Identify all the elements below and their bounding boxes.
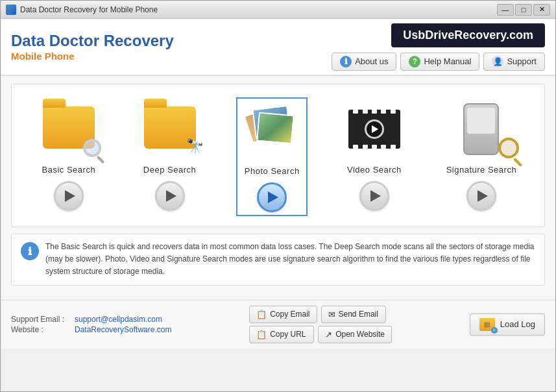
support-button[interactable]: 👤 Support xyxy=(483,53,545,71)
help-icon: ? xyxy=(409,56,420,67)
logo-subtitle: Mobile Phone xyxy=(11,51,174,62)
photo-search-play-button[interactable] xyxy=(257,182,287,212)
close-button[interactable]: ✕ xyxy=(533,4,550,16)
info-icon: ℹ xyxy=(340,56,352,67)
email-icon: ✉ xyxy=(328,310,335,319)
play-triangle-icon xyxy=(477,190,488,202)
signature-search-item[interactable]: Signature Search xyxy=(441,97,522,216)
logo-area: Data Doctor Recovery Mobile Phone xyxy=(11,32,174,62)
load-log-button[interactable]: ▤ + Load Log xyxy=(470,313,545,336)
header-right: UsbDriveRecovery.com ℹ About us ? Help M… xyxy=(332,23,545,71)
window-title: Data Doctor Recovery for Mobile Phone xyxy=(20,5,158,14)
video-search-item[interactable]: Video Search xyxy=(340,97,409,216)
photo-search-icon xyxy=(243,101,301,160)
video-search-icon xyxy=(345,100,404,158)
play-triangle-icon xyxy=(268,191,278,203)
deep-search-label: Deep Search xyxy=(143,165,196,175)
binoculars-icon: 🔭 xyxy=(186,138,204,155)
basic-search-icon xyxy=(40,100,98,158)
header: Data Doctor Recovery Mobile Phone UsbDri… xyxy=(1,19,555,76)
signature-search-icon xyxy=(452,100,511,158)
video-search-play-button[interactable] xyxy=(359,181,389,211)
website-label: Website : xyxy=(11,325,69,334)
copy-url-button[interactable]: 📋 Copy URL xyxy=(249,326,314,343)
deep-search-icon: 🔭 xyxy=(141,100,199,158)
photo-search-label: Photo Search xyxy=(245,166,300,176)
logo-title: Data Doctor Recovery xyxy=(11,32,174,51)
brand-banner: UsbDriveRecovery.com xyxy=(391,23,545,47)
main-content: Basic Search 🔭 Deep Search xyxy=(1,76,555,300)
copy-url-label: Copy URL xyxy=(270,330,306,339)
photo-search-item[interactable]: Photo Search xyxy=(236,97,308,216)
copy-url-icon: 📋 xyxy=(256,330,267,339)
email-row: Support Email : support@cellpdasim.com xyxy=(11,315,171,324)
support-label: Support xyxy=(507,56,537,66)
deep-search-play-button[interactable] xyxy=(155,181,185,211)
signature-search-label: Signature Search xyxy=(446,165,516,175)
maximize-button[interactable]: □ xyxy=(515,4,532,16)
info-text: The Basic Search is quick and recovers d… xyxy=(45,241,535,278)
external-link-icon: ↗ xyxy=(325,330,332,339)
minimize-button[interactable]: — xyxy=(497,4,514,16)
about-us-button[interactable]: ℹ About us xyxy=(332,53,396,71)
info-circle-icon: ℹ xyxy=(21,242,39,260)
window-controls: — □ ✕ xyxy=(497,4,550,16)
help-manual-button[interactable]: ? Help Manual xyxy=(400,53,479,71)
support-email-link[interactable]: support@cellpdasim.com xyxy=(75,315,162,324)
copy-email-label: Copy Email xyxy=(270,310,309,319)
open-website-button[interactable]: ↗ Open Website xyxy=(318,326,392,343)
load-log-label: Load Log xyxy=(500,319,535,329)
open-website-label: Open Website xyxy=(335,330,385,339)
log-icon: ▤ + xyxy=(479,318,495,331)
footer-contact: Support Email : support@cellpdasim.com W… xyxy=(11,315,171,334)
help-manual-label: Help Manual xyxy=(424,56,471,66)
basic-search-item[interactable]: Basic Search xyxy=(34,97,103,216)
app-icon-small xyxy=(6,5,16,15)
about-us-label: About us xyxy=(355,56,388,66)
plus-icon: + xyxy=(491,327,498,334)
support-email-label: Support Email : xyxy=(11,315,69,324)
signature-search-play-button[interactable] xyxy=(466,181,496,211)
website-url-link[interactable]: DataRecoverySoftware.com xyxy=(75,325,171,334)
copy-email-button[interactable]: 📋 Copy Email xyxy=(249,306,317,323)
basic-search-label: Basic Search xyxy=(42,165,96,175)
play-triangle-icon xyxy=(370,190,381,202)
video-search-label: Video Search xyxy=(347,165,402,175)
person-icon: 👤 xyxy=(492,56,503,67)
play-triangle-icon xyxy=(166,190,176,202)
send-email-label: Send Email xyxy=(339,310,378,319)
website-row: Website : DataRecoverySoftware.com xyxy=(11,325,171,334)
footer: Support Email : support@cellpdasim.com W… xyxy=(1,300,555,349)
send-email-button[interactable]: ✉ Send Email xyxy=(321,306,386,323)
search-grid: Basic Search 🔭 Deep Search xyxy=(11,84,545,227)
deep-search-item[interactable]: 🔭 Deep Search xyxy=(136,97,204,216)
footer-action-buttons: 📋 Copy Email ✉ Send Email 📋 Copy URL ↗ O… xyxy=(249,306,392,343)
header-nav: ℹ About us ? Help Manual 👤 Support xyxy=(332,53,545,71)
copy-icon: 📋 xyxy=(256,310,267,319)
info-bar: ℹ The Basic Search is quick and recovers… xyxy=(11,234,545,286)
play-triangle-icon xyxy=(65,190,75,202)
title-bar: Data Doctor Recovery for Mobile Phone — … xyxy=(1,1,555,19)
basic-search-play-button[interactable] xyxy=(54,181,84,211)
